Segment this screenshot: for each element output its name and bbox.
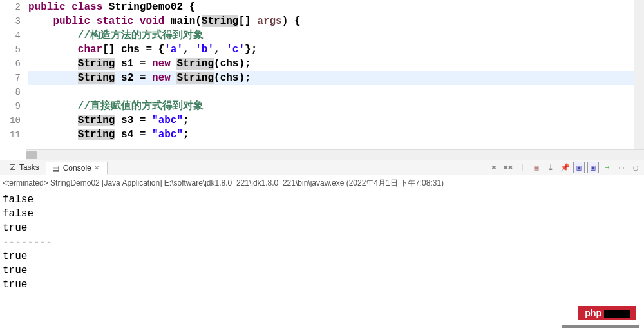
console-pane: <terminated> StringDemo02 [Java Applicat… [0,175,644,296]
watermark-text: php [585,308,601,318]
line-number: 5 [0,43,21,57]
tab-console[interactable]: ▤ Console ✕ [46,162,108,175]
code-editor[interactable]: 234567891011 public class StringDemo02 {… [0,0,644,149]
clear-console-icon[interactable]: ▣ [531,162,542,173]
line-number: 2 [0,0,21,14]
code-line[interactable]: String s2 = new String(chs); [28,71,644,85]
terminated-label: <terminated> [3,178,48,187]
launch-info: StringDemo02 [Java Application] E:\softw… [50,178,444,187]
output-line: false [3,193,641,207]
scroll-thumb[interactable] [26,151,37,159]
vertical-scrollbar[interactable] [634,0,644,149]
code-line[interactable]: //构造方法的方式得到对象 [28,28,644,43]
display-selected-icon[interactable]: ▣ [573,162,585,173]
output-line: -------- [3,235,641,249]
line-number: 10 [0,113,21,128]
output-line: true [3,249,641,263]
code-line[interactable]: //直接赋值的方式得到对象 [28,99,644,113]
console-toolbar: ✖ ✖✖ | ▣ ⤓ 📌 ▣ ▣ ➡ ▭ ▢ [488,162,641,173]
output-line: true [3,221,641,235]
code-line[interactable] [28,85,644,99]
show-console-icon[interactable]: ▣ [587,162,599,173]
minimize-icon[interactable]: ▭ [616,162,627,173]
console-output[interactable]: falsefalsetrue--------truetruetrue [3,190,641,294]
line-number: 9 [0,99,21,113]
line-number: 8 [0,85,21,99]
line-number: 11 [0,128,21,142]
code-line[interactable]: String s3 = "abc"; [28,113,644,128]
console-icon: ▤ [52,164,61,173]
output-line: true [3,263,641,278]
maximize-icon[interactable]: ▢ [630,162,641,173]
tab-label: Tasks [19,163,39,172]
watermark-block [604,310,630,318]
code-line[interactable]: char[] chs = {'a', 'b', 'c'}; [28,43,644,57]
close-icon[interactable]: ✕ [94,164,102,172]
code-area[interactable]: public class StringDemo02 { public stati… [26,0,644,149]
code-line[interactable]: public static void main(String[] args) { [28,14,644,28]
open-console-icon[interactable]: ➡ [601,162,613,173]
code-line[interactable]: String s1 = new String(chs); [28,57,644,71]
line-number-gutter: 234567891011 [0,0,26,149]
remove-all-icon[interactable]: ✖✖ [502,162,514,173]
bottom-decoration [562,325,639,328]
pin-console-icon[interactable]: 📌 [559,162,571,173]
output-line: true [3,278,641,292]
line-number: 6 [0,57,21,71]
watermark-badge: php [578,306,636,320]
output-line: false [3,207,641,221]
code-line[interactable]: public class StringDemo02 { [28,0,644,14]
remove-launch-icon[interactable]: ✖ [488,162,500,173]
line-number: 3 [0,14,21,28]
console-status: <terminated> StringDemo02 [Java Applicat… [3,176,641,190]
code-line[interactable]: String s4 = "abc"; [28,128,644,142]
divider: | [516,162,528,173]
bottom-tabs-bar: ☑ Tasks ▤ Console ✕ ✖ ✖✖ | ▣ ⤓ 📌 ▣ ▣ ➡ ▭… [0,160,644,175]
line-number: 7 [0,71,21,85]
scroll-lock-icon[interactable]: ⤓ [545,162,556,173]
tab-tasks[interactable]: ☑ Tasks [3,162,44,173]
horizontal-scrollbar[interactable] [26,149,644,160]
line-number: 4 [0,28,21,43]
tab-label: Console [63,164,91,173]
tasks-icon: ☑ [8,163,17,172]
